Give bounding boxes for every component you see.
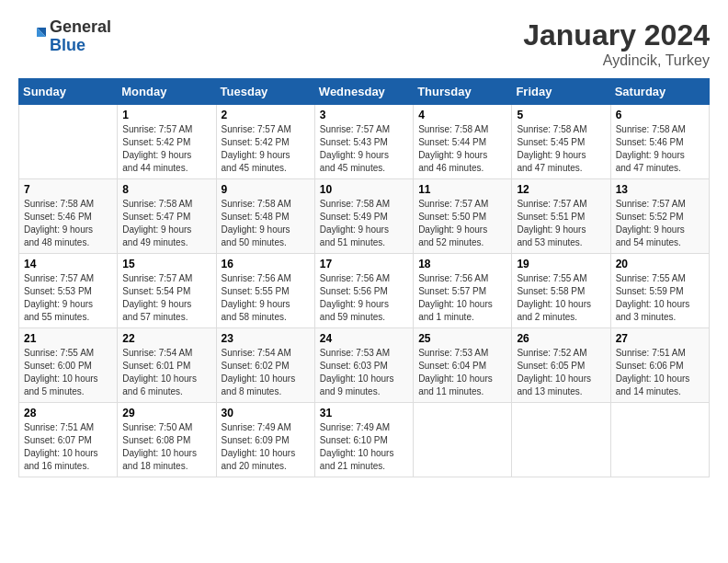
calendar-cell: 25Sunrise: 7:53 AMSunset: 6:04 PMDayligh… [414,328,512,403]
day-info: Sunrise: 7:58 AMSunset: 5:46 PMDaylight:… [616,123,704,175]
calendar-header-thursday: Thursday [414,79,512,105]
calendar-cell [19,105,118,179]
day-number: 20 [616,258,704,270]
day-info: Sunrise: 7:51 AMSunset: 6:06 PMDaylight:… [616,347,704,398]
calendar-header-row: SundayMondayTuesdayWednesdayThursdayFrid… [19,79,710,105]
calendar-cell: 3Sunrise: 7:57 AMSunset: 5:43 PMDaylight… [314,105,413,179]
day-number: 1 [122,109,210,121]
day-info: Sunrise: 7:57 AMSunset: 5:52 PMDaylight:… [616,198,704,249]
day-info: Sunrise: 7:49 AMSunset: 6:10 PMDaylight:… [320,421,408,473]
calendar-cell: 17Sunrise: 7:56 AMSunset: 5:56 PMDayligh… [314,254,413,328]
day-number: 29 [122,407,210,419]
day-info: Sunrise: 7:57 AMSunset: 5:43 PMDaylight:… [320,123,408,175]
calendar-cell: 15Sunrise: 7:57 AMSunset: 5:54 PMDayligh… [118,254,216,328]
day-info: Sunrise: 7:55 AMSunset: 5:59 PMDaylight:… [616,272,704,324]
day-number: 30 [222,407,310,419]
day-number: 7 [24,183,112,196]
day-info: Sunrise: 7:56 AMSunset: 5:56 PMDaylight:… [320,272,408,324]
calendar-week-3: 14Sunrise: 7:57 AMSunset: 5:53 PMDayligh… [19,254,710,328]
title-block: January 2024 Aydincik, Turkey [523,18,710,69]
logo-blue: Blue [50,37,111,55]
day-number: 12 [517,183,605,196]
day-info: Sunrise: 7:50 AMSunset: 6:08 PMDaylight:… [122,421,210,473]
day-number: 23 [222,332,310,345]
calendar-week-4: 21Sunrise: 7:55 AMSunset: 6:00 PMDayligh… [19,328,710,403]
calendar-cell: 9Sunrise: 7:58 AMSunset: 5:48 PMDaylight… [216,179,314,254]
calendar-header-sunday: Sunday [19,79,118,105]
day-number: 21 [24,332,112,345]
calendar-cell: 10Sunrise: 7:58 AMSunset: 5:49 PMDayligh… [314,179,413,254]
day-number: 13 [616,183,704,196]
page-header: General Blue January 2024 Aydincik, Turk… [18,18,710,69]
day-info: Sunrise: 7:58 AMSunset: 5:44 PMDaylight:… [418,123,506,175]
calendar-cell: 18Sunrise: 7:56 AMSunset: 5:57 PMDayligh… [414,254,512,328]
calendar-cell [512,403,610,477]
calendar-header-friday: Friday [512,79,610,105]
day-number: 8 [122,183,210,196]
calendar-week-1: 1Sunrise: 7:57 AMSunset: 5:42 PMDaylight… [19,105,710,179]
day-info: Sunrise: 7:58 AMSunset: 5:47 PMDaylight:… [122,198,210,249]
calendar-cell: 20Sunrise: 7:55 AMSunset: 5:59 PMDayligh… [610,254,709,328]
calendar-cell: 7Sunrise: 7:58 AMSunset: 5:46 PMDaylight… [19,179,118,254]
logo: General Blue [18,18,111,55]
day-info: Sunrise: 7:56 AMSunset: 5:55 PMDaylight:… [222,272,310,324]
calendar-cell: 22Sunrise: 7:54 AMSunset: 6:01 PMDayligh… [118,328,216,403]
day-number: 6 [616,109,704,121]
day-number: 25 [418,332,506,345]
day-info: Sunrise: 7:57 AMSunset: 5:42 PMDaylight:… [222,123,310,175]
calendar-cell: 28Sunrise: 7:51 AMSunset: 6:07 PMDayligh… [19,403,118,477]
calendar-week-2: 7Sunrise: 7:58 AMSunset: 5:46 PMDaylight… [19,179,710,254]
calendar-cell: 12Sunrise: 7:57 AMSunset: 5:51 PMDayligh… [512,179,610,254]
calendar-cell: 26Sunrise: 7:52 AMSunset: 6:05 PMDayligh… [512,328,610,403]
calendar-cell: 8Sunrise: 7:58 AMSunset: 5:47 PMDaylight… [118,179,216,254]
day-number: 9 [222,183,310,196]
calendar-cell: 14Sunrise: 7:57 AMSunset: 5:53 PMDayligh… [19,254,118,328]
location: Aydincik, Turkey [523,52,710,69]
calendar-cell: 24Sunrise: 7:53 AMSunset: 6:03 PMDayligh… [314,328,413,403]
calendar-cell: 5Sunrise: 7:58 AMSunset: 5:45 PMDaylight… [512,105,610,179]
calendar-cell: 2Sunrise: 7:57 AMSunset: 5:42 PMDaylight… [216,105,314,179]
calendar-cell [610,403,709,477]
calendar-table: SundayMondayTuesdayWednesdayThursdayFrid… [18,78,710,477]
day-info: Sunrise: 7:57 AMSunset: 5:42 PMDaylight:… [122,123,210,175]
calendar-cell: 1Sunrise: 7:57 AMSunset: 5:42 PMDaylight… [118,105,216,179]
calendar-cell: 19Sunrise: 7:55 AMSunset: 5:58 PMDayligh… [512,254,610,328]
day-number: 22 [122,332,210,345]
calendar-header-wednesday: Wednesday [314,79,413,105]
day-info: Sunrise: 7:53 AMSunset: 6:04 PMDaylight:… [418,347,506,398]
day-info: Sunrise: 7:57 AMSunset: 5:50 PMDaylight:… [418,198,506,249]
day-info: Sunrise: 7:55 AMSunset: 6:00 PMDaylight:… [24,347,112,398]
day-number: 26 [517,332,605,345]
calendar-header-monday: Monday [118,79,216,105]
day-number: 10 [320,183,408,196]
calendar-cell: 27Sunrise: 7:51 AMSunset: 6:06 PMDayligh… [610,328,709,403]
day-number: 31 [320,407,408,419]
calendar-cell: 11Sunrise: 7:57 AMSunset: 5:50 PMDayligh… [414,179,512,254]
day-info: Sunrise: 7:58 AMSunset: 5:48 PMDaylight:… [222,198,310,249]
calendar-cell: 23Sunrise: 7:54 AMSunset: 6:02 PMDayligh… [216,328,314,403]
day-info: Sunrise: 7:57 AMSunset: 5:53 PMDaylight:… [24,272,112,324]
logo-general: General [50,18,111,37]
day-number: 17 [320,258,408,270]
day-number: 18 [418,258,506,270]
calendar-week-5: 28Sunrise: 7:51 AMSunset: 6:07 PMDayligh… [19,403,710,477]
logo-icon [18,23,46,51]
calendar-cell: 31Sunrise: 7:49 AMSunset: 6:10 PMDayligh… [314,403,413,477]
day-number: 3 [320,109,408,121]
day-info: Sunrise: 7:57 AMSunset: 5:54 PMDaylight:… [122,272,210,324]
day-info: Sunrise: 7:54 AMSunset: 6:01 PMDaylight:… [122,347,210,398]
day-info: Sunrise: 7:51 AMSunset: 6:07 PMDaylight:… [24,421,112,473]
day-info: Sunrise: 7:58 AMSunset: 5:49 PMDaylight:… [320,198,408,249]
day-info: Sunrise: 7:58 AMSunset: 5:45 PMDaylight:… [517,123,605,175]
day-number: 4 [418,109,506,121]
day-number: 15 [122,258,210,270]
day-info: Sunrise: 7:54 AMSunset: 6:02 PMDaylight:… [222,347,310,398]
day-number: 24 [320,332,408,345]
calendar-cell: 13Sunrise: 7:57 AMSunset: 5:52 PMDayligh… [610,179,709,254]
day-info: Sunrise: 7:53 AMSunset: 6:03 PMDaylight:… [320,347,408,398]
calendar-cell: 29Sunrise: 7:50 AMSunset: 6:08 PMDayligh… [118,403,216,477]
logo-text: General Blue [50,18,111,55]
day-number: 2 [222,109,310,121]
calendar-cell: 4Sunrise: 7:58 AMSunset: 5:44 PMDaylight… [414,105,512,179]
day-info: Sunrise: 7:52 AMSunset: 6:05 PMDaylight:… [517,347,605,398]
